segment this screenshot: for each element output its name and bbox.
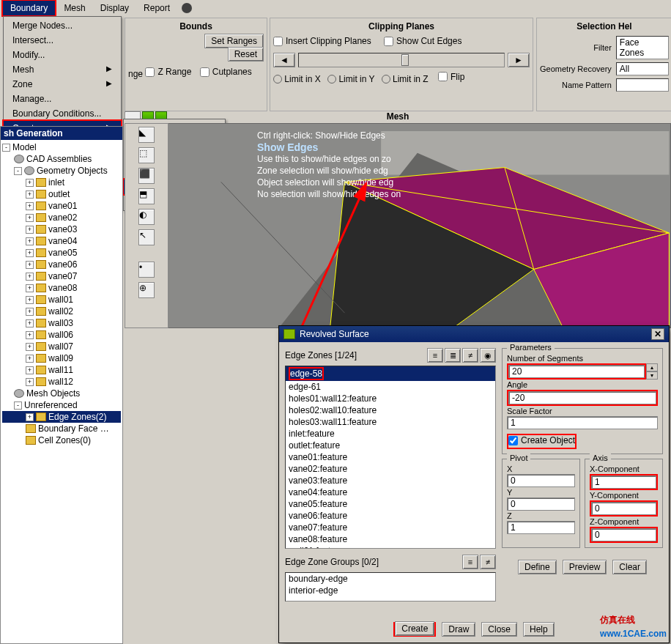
tree-item-vane01[interactable]: +vane01 [2,200,121,212]
insert-clip-check[interactable]: Insert Clipping Planes [273,36,371,46]
cutplanes-check[interactable]: Cutplanes [200,67,252,77]
preview-button[interactable]: Preview [563,560,607,574]
mi-intersect[interactable]: Intersect... [4,33,121,48]
mi-manage[interactable]: Manage... [4,92,121,106]
tree-boundary-face[interactable]: Boundary Face … [2,423,121,434]
tree-item-outlet[interactable]: +outlet [2,188,121,200]
tool-6[interactable]: ↖ [138,229,155,245]
list-btn-4[interactable]: ◉ [480,348,496,363]
edge-zone-item[interactable]: holes03:wall11:feature [286,416,495,428]
define-button[interactable]: Define [518,560,557,574]
help-button[interactable]: Help [523,622,555,637]
tool-3[interactable]: ⬛ [138,168,155,184]
create-object-check[interactable]: Create Object [508,435,575,445]
angle-input[interactable] [508,391,656,404]
slider-left-button[interactable]: ◄ [273,53,295,67]
edge-zone-item[interactable]: vane05:feature [286,498,495,510]
list-btn-2[interactable]: ≣ [445,348,461,363]
clear-button[interactable]: Clear [612,560,647,574]
geom-combo[interactable]: All [616,62,669,75]
draw-button[interactable]: Draw [442,622,475,637]
pivot-x-input[interactable] [507,474,575,487]
edge-zone-item[interactable]: vane06:feature [286,510,495,522]
set-ranges-button[interactable]: Set Ranges [204,34,264,48]
edge-zone-item[interactable]: edge-61 [286,381,495,393]
zrange-check[interactable]: Z Range [145,67,191,77]
edge-zone-item[interactable]: edge-58 [286,366,495,381]
tree-item-vane02[interactable]: +vane02 [2,212,121,223]
axis-z-input[interactable] [591,528,656,541]
clip-slider[interactable] [298,53,505,67]
edge-zone-item[interactable]: vane02:feature [286,463,495,475]
tool-target[interactable]: ⊕ [138,282,155,298]
nseg-input[interactable] [508,365,645,378]
groups-list[interactable]: boundary-edgeinterior-edge [285,572,496,602]
slider-right-button[interactable]: ► [508,53,530,67]
edge-zone-item[interactable]: vane01:feature [286,451,495,463]
tool-dot[interactable]: • [138,262,155,278]
list-btn-3[interactable]: ≠ [462,348,478,363]
tree-mesh-objects[interactable]: Mesh Objects [2,388,121,399]
menu-more-icon[interactable] [182,3,192,13]
mesh-viewport[interactable]: Ctrl right-click: Show/Hide Edges Show E… [125,123,671,328]
edge-zone-item[interactable]: inlet:feature [286,428,495,440]
tree-item-vane07[interactable]: +vane07 [2,270,121,282]
mi-modify[interactable]: Modify... [4,48,121,62]
tool-4[interactable]: ⬒ [138,188,155,204]
tool-2[interactable]: ⬚ [138,147,155,163]
nseg-spinner[interactable]: ▴▾ [646,363,658,380]
tree-cad[interactable]: CAD Assemblies [2,153,121,165]
tree-item-wall02[interactable]: +wall02 [2,306,121,317]
name-input[interactable] [616,78,669,92]
mi-bc[interactable]: Boundary Conditions... [4,106,121,121]
tree-cell-zones[interactable]: Cell Zones(0) [2,434,121,446]
tree-item-wall07[interactable]: +wall07 [2,341,121,352]
grp-btn-2[interactable]: ≠ [480,555,496,569]
menu-report[interactable]: Report [136,1,177,15]
limity-radio[interactable] [327,75,336,84]
tree-item-wall09[interactable]: +wall09 [2,352,121,364]
edge-zone-item[interactable]: wall01:feature [286,545,495,549]
close-button[interactable]: Close [481,622,517,637]
mi-merge[interactable]: Merge Nodes... [4,18,121,33]
tree-item-wall06[interactable]: +wall06 [2,329,121,341]
tool-5[interactable]: ◐ [138,209,155,225]
menu-mesh[interactable]: Mesh [56,1,92,15]
tree-item-wall01[interactable]: +wall01 [2,294,121,306]
reset-button[interactable]: Reset [228,47,264,62]
filter-combo[interactable]: Face Zones [616,36,669,59]
tree-item-inlet[interactable]: +inlet [2,177,121,188]
show-cut-check[interactable]: Show Cut Edges [384,36,461,46]
mi-mesh[interactable]: Mesh▶ [4,62,121,77]
tree-item-vane06[interactable]: +vane06 [2,259,121,270]
tree-model[interactable]: -Model [2,141,121,153]
grp-btn-1[interactable]: ≡ [462,555,478,569]
pivot-z-input[interactable] [507,521,575,534]
edge-zone-item[interactable]: vane04:feature [286,486,495,498]
edge-zones-list[interactable]: edge-58edge-61holes01:wall12:featurehole… [285,366,496,549]
axis-x-input[interactable] [591,475,656,489]
tree-edge-zones[interactable]: +Edge Zones(2) [2,411,121,423]
menu-boundary[interactable]: Boundary [1,0,56,17]
pivot-y-input[interactable] [507,497,575,511]
edge-zone-item[interactable]: vane07:feature [286,522,495,533]
edge-zone-item[interactable]: vane08:feature [286,533,495,545]
menu-display[interactable]: Display [93,1,136,15]
tree-geom[interactable]: -Geometry Objects [2,165,121,177]
limitz-radio[interactable] [382,75,390,84]
limitx-radio[interactable] [273,75,282,84]
scale-input[interactable] [507,416,658,429]
group-item[interactable]: boundary-edge [286,573,495,585]
tree-item-vane04[interactable]: +vane04 [2,235,121,247]
tree-item-wall11[interactable]: +wall11 [2,364,121,376]
tree-item-wall03[interactable]: +wall03 [2,317,121,329]
edge-zone-item[interactable]: vane03:feature [286,475,495,486]
dialog-titlebar[interactable]: Revolved Surface ✕ [279,326,669,342]
tree-unreferenced[interactable]: -Unreferenced [2,399,121,411]
edge-zone-item[interactable]: holes01:wall12:feature [286,393,495,404]
edge-zone-item[interactable]: holes02:wall10:feature [286,404,495,416]
dialog-close-button[interactable]: ✕ [651,328,664,340]
axis-y-input[interactable] [591,502,656,515]
edge-zone-item[interactable]: outlet:feature [286,440,495,451]
mi-zone[interactable]: Zone▶ [4,77,121,92]
